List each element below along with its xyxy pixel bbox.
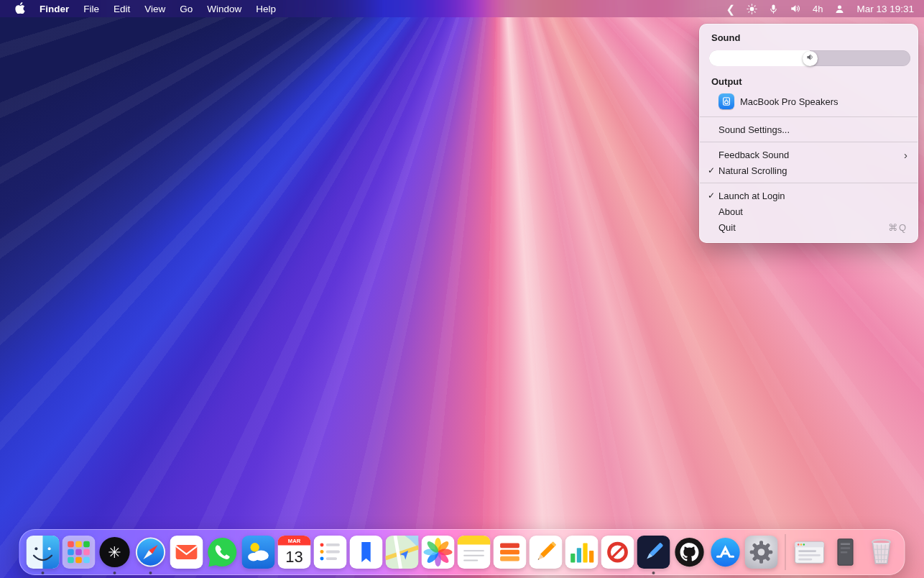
github-icon: [673, 536, 706, 569]
notes-icon: [458, 536, 491, 569]
sound-panel: Sound Output MacBook: [699, 24, 918, 243]
dock-item-app-store[interactable]: [708, 530, 743, 574]
dock-item-weather[interactable]: [241, 530, 276, 574]
dock-item-red-ring-app[interactable]: [601, 530, 635, 574]
dock-item-calendar[interactable]: MAR13: [277, 530, 312, 574]
weather-icon: [242, 536, 275, 569]
dock-item-bookmarks[interactable]: [349, 530, 384, 574]
whatsapp-icon: [206, 536, 239, 569]
pages-icon: [530, 536, 563, 569]
volume-slider-knob[interactable]: [803, 51, 818, 66]
menu-help[interactable]: Help: [249, 0, 283, 17]
bookmarks-icon: [350, 536, 383, 569]
red-ring-app-icon: [601, 536, 634, 569]
panel-divider: [700, 183, 918, 183]
brightness-icon[interactable]: [741, 0, 763, 17]
output-device-label: MacBook Pro Speakers: [740, 96, 838, 107]
finder-icon: [27, 536, 60, 569]
blue-pen-app-icon: [637, 536, 670, 569]
dock-item-document-preview[interactable]: [828, 530, 863, 574]
menu-item-label: Natural Scrolling: [719, 165, 787, 176]
trash-icon: [865, 536, 898, 569]
account-icon[interactable]: [828, 0, 851, 17]
photos-icon: [422, 536, 455, 569]
dock-item-chatgpt[interactable]: ✳: [98, 530, 132, 574]
dock-item-system-settings[interactable]: [744, 530, 779, 574]
apple-logo-icon: [14, 1, 25, 16]
menu-item-label: Feedback Sound: [719, 150, 789, 160]
safari-icon: [134, 536, 167, 569]
running-indicator: [114, 572, 116, 574]
dock-item-finder[interactable]: [26, 530, 60, 574]
menu-item-quit[interactable]: Quit⌘Q: [700, 219, 918, 235]
menu-bar: FinderFileEditViewGoWindowHelp ❮4hMar 13…: [0, 0, 924, 17]
output-device-row[interactable]: MacBook Pro Speakers: [700, 91, 918, 112]
menu-item-natural-scrolling[interactable]: ✓Natural Scrolling: [700, 162, 918, 178]
numbers-icon: [565, 536, 599, 569]
launchpad-icon: [63, 536, 96, 569]
menu-item-label: Launch at Login: [719, 191, 785, 201]
menu-item-label: Sound Settings...: [719, 124, 790, 135]
mail-icon: [170, 536, 203, 569]
chevron-right-icon: ›: [904, 150, 907, 160]
dock-item-reminders[interactable]: [313, 530, 348, 574]
dock-item-pages[interactable]: [529, 530, 563, 574]
battery-time-label[interactable]: 4h: [807, 0, 828, 17]
menu-edit[interactable]: Edit: [106, 0, 137, 17]
dock-item-blue-pen-app[interactable]: [637, 530, 671, 574]
menu-file[interactable]: File: [76, 0, 106, 17]
output-header: Output: [700, 69, 918, 91]
microphone-icon[interactable]: [763, 0, 784, 17]
menu-item-label: About: [719, 206, 743, 217]
dock-item-launchpad[interactable]: [62, 530, 96, 574]
dock-item-numbers[interactable]: [565, 530, 599, 574]
dock: ✳MAR13: [19, 529, 905, 575]
menu-item-sound-settings[interactable]: Sound Settings...: [700, 121, 918, 137]
volume-icon[interactable]: [784, 0, 807, 17]
chatgpt-icon: ✳: [98, 536, 131, 569]
app-store-icon: [709, 536, 742, 569]
clock[interactable]: Mar 13 19:31: [851, 0, 917, 17]
dock-item-trash[interactable]: [864, 530, 899, 574]
dock-item-window-preview[interactable]: [793, 530, 827, 574]
apple-menu[interactable]: [9, 0, 32, 17]
volume-slider[interactable]: [709, 50, 910, 66]
dock-item-photos[interactable]: [421, 530, 456, 574]
dock-item-layers-app[interactable]: [493, 530, 527, 574]
speaker-icon: [805, 52, 815, 64]
layers-app-icon: [494, 536, 527, 569]
svg-text:13: 13: [285, 548, 303, 566]
app-menus: FinderFileEditViewGoWindowHelp: [32, 0, 283, 17]
dock-item-whatsapp[interactable]: [205, 530, 240, 574]
running-indicator: [42, 572, 45, 574]
panel-divider: [700, 116, 918, 117]
svg-text:✳: ✳: [108, 543, 121, 561]
keyboard-shortcut: ⌘Q: [888, 222, 907, 233]
menu-item-launch-at-login[interactable]: ✓Launch at Login: [700, 188, 918, 203]
menu-item-label: Quit: [719, 222, 736, 233]
running-indicator: [149, 572, 152, 574]
menu-item-about[interactable]: About: [700, 203, 918, 219]
menu-finder[interactable]: Finder: [32, 0, 76, 17]
dock-item-safari[interactable]: [134, 530, 168, 574]
volume-slider-fill: [709, 50, 810, 66]
sound-panel-items: Sound Settings...Feedback Sound›✓Natural…: [700, 116, 918, 235]
dock-divider: [785, 534, 786, 570]
dock-item-github[interactable]: [673, 530, 707, 574]
menu-window[interactable]: Window: [200, 0, 249, 17]
dock-item-maps[interactable]: [385, 530, 420, 574]
running-indicator: [652, 572, 655, 574]
menu-go[interactable]: Go: [172, 0, 200, 17]
menu-view[interactable]: View: [137, 0, 172, 17]
dock-item-notes[interactable]: [457, 530, 491, 574]
menu-bar-status: ❮4hMar 13 19:31: [720, 0, 924, 17]
dock-item-mail[interactable]: [170, 530, 204, 574]
reminders-icon: [314, 536, 347, 569]
menu-bar-left: FinderFileEditViewGoWindowHelp: [0, 0, 283, 17]
maps-icon: [386, 536, 419, 569]
chevron-collapse-icon[interactable]: ❮: [720, 0, 741, 17]
screen: FinderFileEditViewGoWindowHelp ❮4hMar 13…: [0, 0, 924, 578]
menu-item-feedback-sound[interactable]: Feedback Sound›: [700, 147, 918, 162]
checkmark-icon: ✓: [708, 165, 718, 175]
panel-divider: [700, 142, 918, 142]
